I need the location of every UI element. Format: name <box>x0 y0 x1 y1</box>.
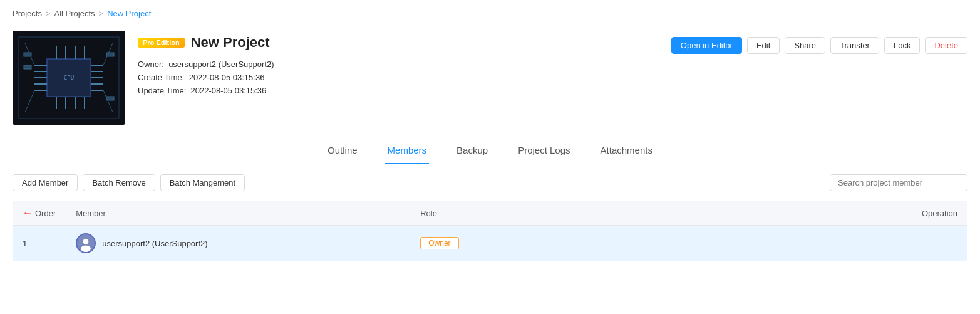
cell-order: 1 <box>13 226 66 261</box>
svg-point-32 <box>81 246 91 253</box>
cell-member: usersupport2 (UserSupport2) <box>66 226 410 261</box>
cell-role: Owner <box>410 226 598 261</box>
tab-members[interactable]: Members <box>385 137 430 164</box>
col-order: ← Order <box>13 201 66 226</box>
create-label: Create Time: <box>138 73 184 82</box>
update-time-row: Update Time: 2022-08-05 03:15:36 <box>138 86 659 95</box>
breadcrumb-all-projects[interactable]: All Projects <box>54 9 95 18</box>
col-operation: Operation <box>598 201 967 226</box>
update-value: 2022-08-05 03:15:36 <box>191 86 267 95</box>
members-toolbar: Add Member Batch Remove Batch Mangement <box>13 174 967 191</box>
project-info: Pro Edition New Project Owner: usersuppo… <box>138 31 659 99</box>
col-order-label: Order <box>35 209 56 218</box>
breadcrumb-current: New Project <box>107 9 151 18</box>
lock-button[interactable]: Lock <box>884 37 920 54</box>
tabs-container: Outline Members Backup Project Logs Atta… <box>0 137 980 164</box>
header-actions: Open in Editor Edit Share Transfer Lock … <box>671 31 967 54</box>
delete-button[interactable]: Delete <box>925 37 967 54</box>
table-header-row: ← Order Member Role Operation <box>13 201 967 226</box>
breadcrumb: Projects > All Projects > New Project <box>0 0 980 24</box>
col-member: Member <box>66 201 410 226</box>
role-badge: Owner <box>420 237 458 249</box>
breadcrumb-sep-1: > <box>46 9 51 18</box>
owner-value: usersupport2 (UserSupport2) <box>168 60 274 69</box>
edit-button[interactable]: Edit <box>747 37 780 54</box>
avatar <box>76 233 96 253</box>
share-button[interactable]: Share <box>785 37 825 54</box>
member-name: usersupport2 (UserSupport2) <box>102 239 207 248</box>
project-thumbnail: CPU <box>13 31 125 125</box>
breadcrumb-projects[interactable]: Projects <box>13 9 42 18</box>
add-member-button[interactable]: Add Member <box>13 174 78 191</box>
svg-point-31 <box>83 239 89 244</box>
arrow-indicator: ← <box>23 207 33 219</box>
owner-row: Owner: usersupport2 (UserSupport2) <box>138 60 659 69</box>
col-role: Role <box>410 201 598 226</box>
tab-outline[interactable]: Outline <box>325 137 360 164</box>
project-title: New Project <box>191 34 270 51</box>
batch-remove-button[interactable]: Batch Remove <box>83 174 155 191</box>
search-input[interactable] <box>830 174 967 191</box>
batch-management-button[interactable]: Batch Mangement <box>160 174 245 191</box>
svg-rect-26 <box>24 53 31 56</box>
owner-label: Owner: <box>138 60 164 69</box>
members-table: ← Order Member Role Operation 1 <box>13 201 967 261</box>
svg-rect-28 <box>106 53 114 56</box>
create-value: 2022-08-05 03:15:36 <box>189 73 265 82</box>
search-container <box>830 174 967 191</box>
update-label: Update Time: <box>138 86 186 95</box>
open-in-editor-button[interactable]: Open in Editor <box>671 37 742 54</box>
svg-rect-27 <box>24 65 31 69</box>
project-title-row: Pro Edition New Project <box>138 34 659 51</box>
project-header: CPU Pro Edition New Project Owner: users… <box>0 24 980 137</box>
tab-project-logs[interactable]: Project Logs <box>515 137 572 164</box>
tab-attachments[interactable]: Attachments <box>598 137 655 164</box>
svg-text:CPU: CPU <box>64 75 74 81</box>
pro-badge: Pro Edition <box>138 38 185 48</box>
transfer-button[interactable]: Transfer <box>830 37 879 54</box>
svg-rect-29 <box>106 97 114 100</box>
tabs: Outline Members Backup Project Logs Atta… <box>325 137 655 164</box>
members-section: Add Member Batch Remove Batch Mangement … <box>0 164 980 271</box>
create-time-row: Create Time: 2022-08-05 03:15:36 <box>138 73 659 82</box>
table-row: 1 usersupport2 (UserSupport2) Owner <box>13 226 967 261</box>
cell-operation <box>598 226 967 261</box>
breadcrumb-sep-2: > <box>99 9 104 18</box>
tab-backup[interactable]: Backup <box>454 137 490 164</box>
